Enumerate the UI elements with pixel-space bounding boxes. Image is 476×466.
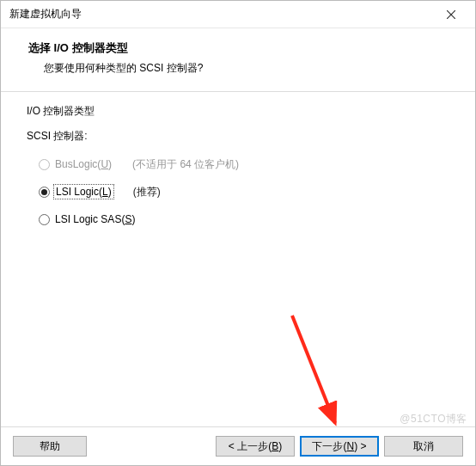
radio-option-buslogic: BusLogic(U) (不适用于 64 位客户机) (39, 156, 449, 173)
page-subheading: 您要使用何种类型的 SCSI 控制器? (28, 61, 458, 76)
scsi-radio-group: BusLogic(U) (不适用于 64 位客户机) LSI Logic(L) … (27, 156, 449, 228)
accelerator-key: L (102, 186, 108, 198)
wizard-header: 选择 I/O 控制器类型 您要使用何种类型的 SCSI 控制器? (1, 28, 475, 91)
close-button[interactable] (434, 3, 468, 27)
radio-icon (39, 187, 50, 198)
close-icon (447, 10, 455, 19)
cancel-button[interactable]: 取消 (384, 436, 463, 457)
label-text: ) (108, 158, 112, 170)
label-text: ) (108, 186, 112, 198)
accelerator-key: S (125, 213, 131, 225)
accelerator-key: B (272, 440, 278, 452)
radio-label: LSI Logic SAS(S) (55, 213, 135, 225)
label-text: ) (278, 440, 282, 452)
label-text: BusLogic( (55, 158, 101, 170)
title-bar: 新建虚拟机向导 (1, 1, 475, 28)
label-text: ) > (354, 440, 366, 452)
radio-icon (39, 159, 50, 170)
label-text: 下一步( (312, 439, 346, 454)
help-button[interactable]: 帮助 (13, 436, 87, 457)
radio-option-lsilogic-sas[interactable]: LSI Logic SAS(S) (39, 211, 449, 228)
wizard-dialog: 新建虚拟机向导 选择 I/O 控制器类型 您要使用何种类型的 SCSI 控制器?… (0, 0, 476, 466)
label-text: ) (131, 213, 135, 225)
label-text: < 上一步( (229, 439, 272, 454)
accelerator-key: U (101, 158, 108, 170)
accelerator-key: N (346, 440, 354, 452)
radio-hint: (不适用于 64 位客户机) (132, 157, 239, 172)
radio-label: BusLogic(U) (55, 158, 112, 170)
radio-hint: (推荐) (133, 185, 161, 199)
window-title: 新建虚拟机向导 (9, 7, 434, 21)
content-area: I/O 控制器类型 SCSI 控制器: BusLogic(U) (不适用于 64… (1, 92, 475, 426)
io-controller-group-label: I/O 控制器类型 (27, 104, 449, 119)
radio-icon (39, 214, 50, 225)
page-heading: 选择 I/O 控制器类型 (28, 40, 458, 56)
radio-label: LSI Logic(L) (55, 186, 113, 198)
next-button[interactable]: 下一步(N) > (300, 436, 379, 457)
label-text: LSI Logic( (56, 186, 102, 198)
label-text: LSI Logic SAS( (55, 213, 125, 225)
radio-option-lsilogic[interactable]: LSI Logic(L) (推荐) (39, 183, 449, 200)
back-button[interactable]: < 上一步(B) (216, 436, 295, 457)
scsi-controller-label: SCSI 控制器: (27, 129, 449, 144)
wizard-footer: 帮助 < 上一步(B) 下一步(N) > 取消 (1, 426, 475, 465)
